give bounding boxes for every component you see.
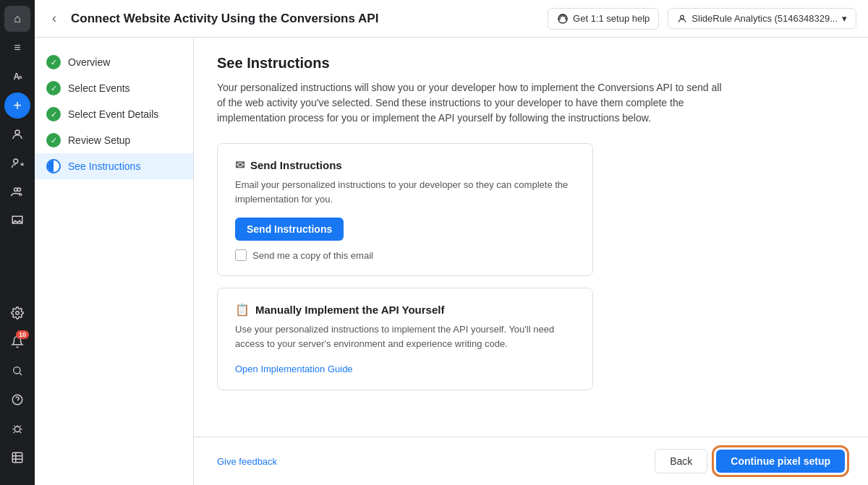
svg-marker-2 bbox=[20, 162, 24, 166]
step-icon-see-instructions bbox=[46, 159, 61, 173]
svg-point-4 bbox=[17, 188, 21, 192]
step-icon-select-event-details: ✓ bbox=[46, 107, 61, 121]
sidebar-icon-ads[interactable]: Aa bbox=[4, 64, 30, 90]
envelope-icon: ✉ bbox=[235, 158, 244, 172]
send-instructions-card: ✉ Send Instructions Email your personali… bbox=[217, 143, 593, 276]
page-title: Connect Website Activity Using the Conve… bbox=[71, 12, 539, 26]
svg-point-5 bbox=[16, 312, 20, 315]
step-select-event-details[interactable]: ✓ Select Event Details bbox=[35, 101, 193, 127]
send-instructions-desc: Email your personalized instructions to … bbox=[235, 178, 575, 206]
svg-line-7 bbox=[20, 373, 22, 375]
notifications-badge: 10 bbox=[16, 330, 29, 339]
svg-point-16 bbox=[681, 15, 684, 19]
svg-point-6 bbox=[14, 367, 20, 374]
sidebar-icon-help[interactable] bbox=[4, 387, 30, 413]
section-desc: Your personalized instructions will show… bbox=[217, 80, 723, 126]
manual-implement-card: 📋 Manually Implement the API Yourself Us… bbox=[217, 288, 593, 390]
headset-icon bbox=[557, 13, 569, 25]
send-instructions-button[interactable]: Send Instructions bbox=[235, 218, 344, 241]
account-selector[interactable]: SlideRule Analytics (5146348329... ▾ bbox=[668, 8, 856, 29]
svg-rect-11 bbox=[12, 452, 22, 463]
svg-point-0 bbox=[15, 130, 20, 134]
copy-email-row: Send me a copy of this email bbox=[235, 249, 575, 261]
dropdown-icon: ▾ bbox=[842, 13, 847, 24]
sidebar-icon-settings[interactable] bbox=[4, 300, 30, 326]
sidebar-icon-people[interactable] bbox=[4, 121, 30, 147]
account-icon bbox=[677, 14, 687, 24]
send-instructions-title: ✉ Send Instructions bbox=[235, 158, 575, 172]
content-layout: ✓ Overview ✓ Select Events ✓ Select Even… bbox=[35, 38, 868, 485]
help-setup-button[interactable]: Get 1:1 setup help bbox=[548, 8, 659, 30]
footer-bar: Give feedback Back Continue pixel setup bbox=[194, 437, 868, 485]
sidebar-icon-inbox[interactable] bbox=[4, 208, 30, 234]
main-panel: See Instructions Your personalized instr… bbox=[194, 38, 868, 485]
clipboard-icon: 📋 bbox=[235, 303, 250, 317]
open-implementation-guide-link[interactable]: Open Implementation Guide bbox=[235, 364, 353, 374]
give-feedback-link[interactable]: Give feedback bbox=[217, 456, 277, 467]
section-title: See Instructions bbox=[217, 55, 845, 72]
step-icon-review-setup: ✓ bbox=[46, 133, 61, 147]
sidebar-icon-plus[interactable]: + bbox=[4, 93, 30, 119]
left-sidebar: ⌂ ≡ Aa + 10 bbox=[0, 0, 35, 485]
sidebar-icon-table[interactable] bbox=[4, 445, 30, 471]
manual-implement-desc: Use your personalized instructions to im… bbox=[235, 322, 575, 351]
sidebar-icon-menu[interactable]: ≡ bbox=[4, 35, 30, 61]
sidebar-icon-home[interactable]: ⌂ bbox=[4, 6, 30, 32]
sidebar-icon-person-star[interactable] bbox=[4, 150, 30, 176]
step-see-instructions[interactable]: See Instructions bbox=[35, 153, 193, 179]
copy-email-checkbox[interactable] bbox=[235, 249, 247, 261]
svg-point-1 bbox=[14, 159, 18, 163]
svg-point-10 bbox=[14, 426, 20, 432]
step-icon-overview: ✓ bbox=[46, 55, 61, 69]
continue-button[interactable]: Continue pixel setup bbox=[716, 450, 845, 473]
back-button[interactable]: ‹ bbox=[46, 8, 62, 29]
top-header: ‹ Connect Website Activity Using the Con… bbox=[35, 0, 868, 38]
sidebar-icon-group[interactable] bbox=[4, 179, 30, 205]
sidebar-icon-bug[interactable] bbox=[4, 416, 30, 442]
step-icon-select-events: ✓ bbox=[46, 81, 61, 95]
main-area: ‹ Connect Website Activity Using the Con… bbox=[35, 0, 868, 485]
sidebar-icon-search[interactable] bbox=[4, 358, 30, 384]
step-review-setup[interactable]: ✓ Review Setup bbox=[35, 127, 193, 153]
step-overview[interactable]: ✓ Overview bbox=[35, 49, 193, 75]
step-select-events[interactable]: ✓ Select Events bbox=[35, 75, 193, 101]
sidebar-icon-notifications[interactable]: 10 bbox=[4, 329, 30, 355]
back-footer-button[interactable]: Back bbox=[655, 449, 707, 473]
manual-implement-title: 📋 Manually Implement the API Yourself bbox=[235, 303, 575, 317]
steps-sidebar: ✓ Overview ✓ Select Events ✓ Select Even… bbox=[35, 38, 194, 485]
copy-email-label: Send me a copy of this email bbox=[252, 250, 373, 261]
